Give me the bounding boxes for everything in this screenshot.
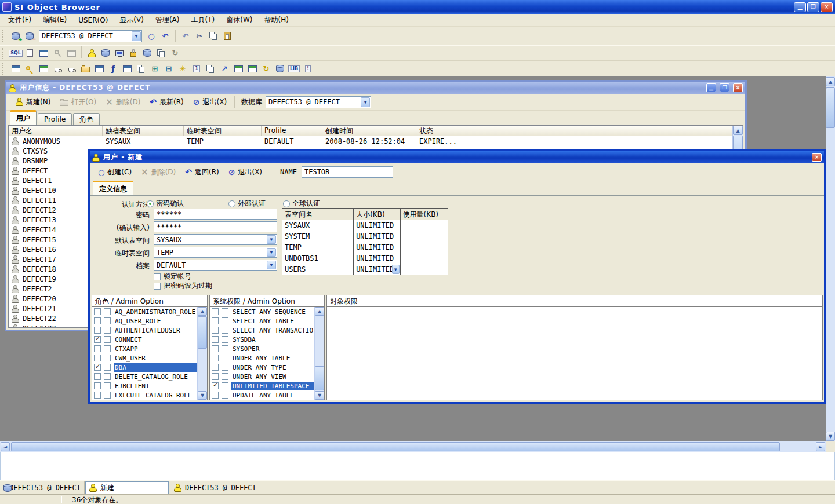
delete-button[interactable]: 删除(D): [136, 165, 180, 179]
scroll-thumb[interactable]: [11, 442, 780, 451]
grant-checkbox[interactable]: [212, 336, 219, 343]
grant-checkbox[interactable]: [212, 355, 219, 361]
admin-option-checkbox[interactable]: [222, 308, 228, 315]
admin-option-checkbox[interactable]: [104, 373, 111, 380]
name-input[interactable]: TESTOB: [302, 166, 393, 178]
admin-option-checkbox[interactable]: [104, 336, 111, 343]
scroll-up-icon[interactable]: ▲: [826, 77, 835, 86]
maximize-button[interactable]: ❒: [807, 2, 819, 12]
grant-checkbox[interactable]: [94, 336, 101, 343]
list-item[interactable]: SELECT ANY TRANSACTIO: [210, 326, 324, 335]
column-header[interactable]: 状态: [416, 126, 460, 136]
horizontal-scrollbar[interactable]: ◄ ►: [0, 441, 826, 452]
table-row[interactable]: ANONYMOUS SYSAUX TEMP DEFAULT 2008-08-26…: [9, 136, 733, 146]
chevron-down-icon[interactable]: ▼: [267, 261, 276, 269]
record-circle-icon[interactable]: ○: [144, 30, 158, 43]
tablespace-size[interactable]: UNLIMITED: [354, 253, 400, 264]
admin-option-checkbox[interactable]: [104, 392, 111, 399]
library-icon[interactable]: LIB: [287, 62, 301, 75]
tree-expand-icon[interactable]: ⊞: [148, 62, 162, 75]
tab-用户[interactable]: 用户: [10, 110, 37, 125]
chevron-down-icon[interactable]: ▼: [132, 31, 141, 41]
open-button[interactable]: 打开(O): [55, 95, 101, 109]
synonym-icon[interactable]: ✳: [176, 62, 190, 75]
menu-item[interactable]: 工具(T): [186, 14, 221, 26]
storage-icon[interactable]: [140, 46, 154, 60]
java-icon[interactable]: [50, 62, 64, 75]
admin-option-checkbox[interactable]: [222, 392, 228, 399]
grant-checkbox[interactable]: [212, 373, 219, 380]
create-button[interactable]: 创建(C): [93, 165, 136, 179]
back-button[interactable]: 返回(R): [180, 165, 223, 179]
list-item[interactable]: SYSOPER: [210, 344, 324, 353]
disconnect-database-icon[interactable]: −: [23, 30, 37, 43]
mview-log-icon[interactable]: [245, 62, 259, 75]
grant-checkbox[interactable]: [94, 355, 101, 361]
radio-3[interactable]: [283, 200, 290, 207]
grant-checkbox[interactable]: [94, 382, 101, 389]
tablespace-size[interactable]: UNLIMITED: [354, 242, 400, 253]
refresh-button[interactable]: 最新(R): [145, 95, 188, 109]
table-row[interactable]: TEMPUNLIMITED: [282, 242, 448, 253]
list-item[interactable]: DELETE_CATALOG_ROLE: [92, 372, 207, 381]
java-source-icon[interactable]: [64, 62, 78, 75]
vertical-scrollbar[interactable]: ▲ ▼: [826, 76, 835, 441]
table-green-icon[interactable]: [37, 62, 50, 75]
scroll-right-icon[interactable]: ►: [816, 442, 825, 451]
menu-item[interactable]: 管理(A): [150, 14, 186, 26]
list-item[interactable]: CWM_USER: [92, 353, 207, 363]
copy-icon[interactable]: [206, 30, 220, 43]
undo-icon[interactable]: ↶: [179, 30, 193, 43]
column-header[interactable]: Profile: [262, 126, 322, 136]
grant-checkbox[interactable]: [212, 308, 219, 315]
list-item[interactable]: AQ_ADMINISTRATOR_ROLE: [92, 307, 207, 316]
admin-option-checkbox[interactable]: [104, 382, 111, 389]
procedure-window-icon[interactable]: [120, 62, 134, 75]
task-button-user-info[interactable]: DEFECT53 @ DEFECT: [170, 481, 263, 494]
task-button-connection[interactable]: DEFECT53 @ DEFECT: [0, 481, 85, 494]
new-button[interactable]: 新建(N): [11, 95, 55, 109]
menu-item[interactable]: 帮助(H): [258, 14, 294, 26]
admin-option-checkbox[interactable]: [222, 327, 228, 334]
sequence-icon[interactable]: 1: [190, 62, 204, 75]
scroll-left-icon[interactable]: ◄: [1, 442, 10, 451]
toolbar-grip[interactable]: [2, 63, 6, 75]
close-icon[interactable]: ×: [812, 153, 822, 162]
menu-item[interactable]: USER(O): [72, 15, 114, 25]
toolbar-grip[interactable]: [2, 30, 6, 42]
exit-button[interactable]: 退出(X): [188, 95, 231, 109]
maximize-button[interactable]: ❒: [720, 83, 729, 92]
chevron-down-icon[interactable]: ▼: [392, 265, 400, 274]
grant-checkbox[interactable]: [212, 317, 219, 324]
admin-option-checkbox[interactable]: [104, 364, 111, 371]
radio-2[interactable]: [228, 200, 235, 207]
view-window-icon[interactable]: [92, 62, 106, 75]
grant-checkbox[interactable]: [94, 392, 101, 399]
admin-option-checkbox[interactable]: [222, 364, 228, 371]
chevron-down-icon[interactable]: ▼: [267, 235, 276, 244]
database-icon[interactable]: [99, 46, 112, 60]
exit-button[interactable]: 退出(X): [224, 165, 267, 179]
scroll-down-icon[interactable]: ▼: [826, 432, 835, 441]
close-icon[interactable]: ×: [733, 83, 743, 92]
admin-option-checkbox[interactable]: [104, 345, 111, 352]
list-item[interactable]: UNDER ANY TABLE: [210, 353, 324, 363]
toolbar-grip[interactable]: [2, 48, 6, 59]
radio-1[interactable]: [147, 200, 154, 207]
column-header[interactable]: 临时表空间: [184, 126, 262, 136]
list-item[interactable]: DBA: [92, 363, 207, 372]
list-item[interactable]: CONNECT: [92, 335, 207, 344]
db-job-icon[interactable]: [273, 62, 287, 75]
windows-tile-icon[interactable]: [204, 62, 217, 75]
admin-option-checkbox[interactable]: [222, 355, 228, 361]
profile-combobox[interactable]: DEFAULT ▼: [154, 260, 277, 271]
connection-combobox[interactable]: DEFECT53 @ DEFECT ▼: [39, 30, 142, 42]
admin-option-checkbox[interactable]: [222, 336, 228, 343]
grant-checkbox[interactable]: [212, 345, 219, 352]
list-item[interactable]: UNLIMITED TABLESPACE: [210, 381, 324, 390]
list-item[interactable]: UNDER ANY VIEW: [210, 372, 324, 381]
grant-checkbox[interactable]: [212, 392, 219, 399]
tab-Profile[interactable]: Profile: [38, 113, 72, 125]
tablespace-size[interactable]: UNLIMITED: [354, 231, 400, 242]
lock-account-checkbox[interactable]: [154, 273, 161, 280]
